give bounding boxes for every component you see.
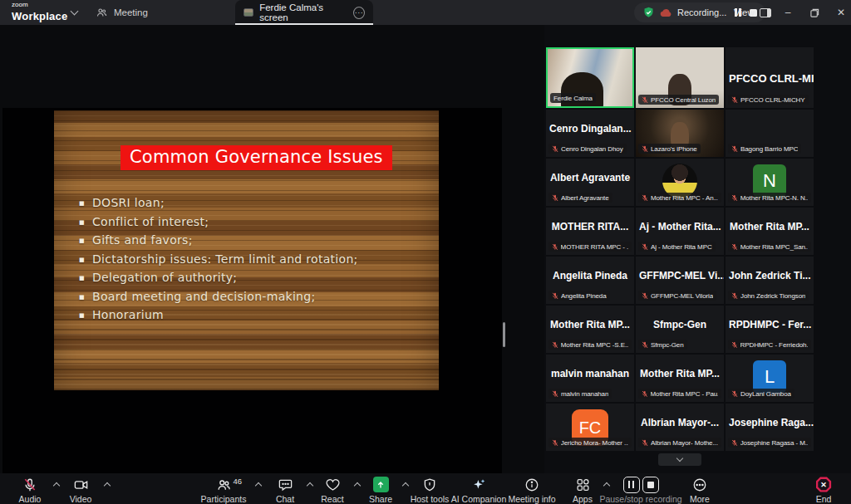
participant-name-text: Josephine Ragasa - M... [740, 439, 808, 447]
participant-tile[interactable]: Josephine Raga...Josephine Ragasa - M... [726, 404, 814, 451]
participants-button[interactable]: 46 Participants [194, 477, 253, 504]
minimize-button[interactable]: – [776, 0, 799, 25]
participant-tile[interactable]: malvin manahanmalvin manahan [546, 355, 634, 402]
participant-name-label: Albrian Mayor- Mothe... [638, 438, 721, 448]
participant-display-name: Aj - Mother Rita... [636, 221, 724, 232]
participant-tile[interactable]: GFFMPC-MEL Vi...GFFMPC-MEL Viloria [636, 257, 724, 304]
participant-tile[interactable]: LDoyLani Gamboa [726, 355, 814, 402]
participant-tile[interactable]: Lazaro's iPhone [636, 110, 724, 157]
pause-stop-recording-button[interactable]: Pause/stop recording [598, 477, 684, 504]
close-button[interactable]: ✕ [829, 0, 851, 25]
participant-tile[interactable]: Cenro Dingalan...Cenro Dingalan Dhoy [546, 110, 634, 157]
stop-recording-icon[interactable] [642, 477, 659, 493]
meeting-tab-label: Meeting [114, 7, 148, 17]
mic-muted-icon [552, 145, 558, 153]
participant-name-label: Ferdie Calma [550, 93, 596, 103]
react-button[interactable]: React [313, 477, 352, 504]
participant-display-name: John Zedrick Ti... [726, 270, 814, 281]
participants-label: Participants [201, 494, 247, 504]
participant-tile[interactable]: Angelita PinedaAngelita Pineda [546, 257, 634, 304]
participant-tile[interactable]: John Zedrick Ti...John Zedrick Tiongson [726, 257, 814, 304]
participant-name-text: DoyLani Gamboa [740, 390, 791, 398]
chevron-up-icon[interactable] [354, 482, 361, 489]
participant-tile[interactable]: Aj - Mother Rita...Aj - Mother Rita MPC [636, 208, 724, 255]
participant-tile[interactable]: RPDHMPC - Fer...RPDHMPC - Ferriedoh... [726, 306, 814, 353]
participant-name-text: Ferdie Calma [553, 95, 593, 102]
mic-muted-icon [642, 439, 648, 447]
participant-name-label: MOTHER RITA MPC - ... [548, 242, 632, 252]
participant-tile[interactable]: Albrian Mayor-...Albrian Mayor- Mothe... [636, 404, 724, 451]
mic-muted-icon [731, 341, 738, 349]
participant-tile[interactable]: MOTHER RITA...MOTHER RITA MPC - ... [546, 208, 634, 255]
chevron-up-icon[interactable] [255, 482, 262, 489]
mic-muted-icon [731, 292, 738, 300]
share-screen-icon [373, 477, 389, 492]
slide-bullet: Gifts and favors; [79, 231, 358, 250]
more-ellipsis-icon [692, 477, 707, 492]
participant-display-name: RPDHMPC - Fer... [726, 319, 814, 330]
participant-tile[interactable]: NMother Rita MPC-N. N... [726, 159, 814, 206]
participant-name-text: Bagong Barrio MPC [740, 145, 798, 153]
participant-tile[interactable]: Mother Rita MP...Mother Rita MPC_San... [726, 208, 814, 255]
share-button[interactable]: Share [362, 477, 400, 504]
participant-display-name: Mother Rita MP... [726, 221, 814, 232]
end-button[interactable]: ✕ End [807, 477, 840, 504]
mic-muted-icon [552, 194, 558, 202]
chevron-up-icon[interactable] [104, 482, 111, 489]
participant-display-name: GFFMPC-MEL Vi... [636, 270, 724, 281]
screen-share-tab[interactable]: Ferdie Calma's screen ··· [235, 0, 373, 25]
show-more-participants-button[interactable] [658, 453, 701, 466]
view-button[interactable]: View [734, 2, 771, 22]
ai-companion-button[interactable]: AI Companion [449, 477, 509, 504]
more-button[interactable]: More [681, 477, 718, 504]
meeting-info-button[interactable]: Meeting info [505, 477, 558, 504]
participant-tile[interactable]: Albert AgravanteAlbert Agravante [546, 159, 634, 206]
video-button[interactable]: Video [60, 477, 101, 504]
recording-status-text: Recording... [677, 7, 726, 17]
participant-display-name: Sfmpc-Gen [636, 319, 724, 330]
participant-display-name: Mother Rita MP... [636, 368, 724, 379]
meeting-tab[interactable]: Meeting [87, 0, 156, 25]
audio-button[interactable]: Audio [9, 477, 51, 504]
participant-name-text: Angelita Pineda [561, 292, 607, 300]
logo-zoom-text: zoom [12, 2, 67, 8]
meeting-toolbar: Audio Video 46 Participants Chat [0, 473, 851, 504]
zoom-workplace-logo: zoom Workplace [12, 2, 67, 22]
react-label: React [321, 494, 343, 504]
pause-recording-icon[interactable] [623, 477, 640, 493]
mic-muted-icon [642, 243, 648, 251]
apps-grid-icon [575, 477, 591, 492]
participant-tile[interactable]: Sfmpc-GenSfmpc-Gen [636, 306, 724, 353]
mic-muted-icon [642, 194, 648, 202]
slide-bullet: Dictatorship issues: Term limit and rota… [79, 250, 358, 269]
mic-muted-icon [642, 341, 648, 349]
participant-name-label: RPDHMPC - Ferriedoh... [728, 340, 811, 350]
scrollbar-thumb[interactable] [503, 322, 505, 347]
participant-tile[interactable]: Bagong Barrio MPC [726, 110, 814, 157]
participant-tile[interactable]: PFCCO CLRL-MI...PFCCO CLRL-MICHY [726, 47, 814, 108]
apps-button[interactable]: Apps [564, 477, 601, 504]
chevron-up-icon[interactable] [307, 482, 313, 489]
restore-button[interactable] [803, 0, 826, 25]
participant-tile[interactable]: FCJericho Mora- Mother ... [546, 404, 634, 451]
participant-name-text: Albrian Mayor- Mothe... [651, 439, 718, 447]
chat-bubble-icon [278, 477, 293, 492]
participant-tile[interactable]: Mother Rita MPC - An... [636, 159, 724, 206]
participant-tile[interactable]: PFCCO Central Luzon [636, 47, 724, 108]
security-shield-icon[interactable] [642, 6, 655, 19]
chevron-up-icon[interactable] [53, 482, 60, 489]
chat-button[interactable]: Chat [266, 477, 304, 504]
participant-tile[interactable]: Ferdie Calma [546, 47, 634, 108]
participant-tile[interactable]: Mother Rita MP...Mother Rita MPC -S.E... [546, 306, 634, 353]
participant-name-label: DoyLani Gamboa [728, 389, 794, 399]
slide-bullet: Board meeting and decision-making; [79, 287, 358, 306]
chevron-down-icon[interactable] [71, 7, 79, 16]
host-tools-button[interactable]: Host tools [406, 477, 453, 504]
tab-options-icon[interactable]: ··· [353, 7, 365, 19]
participants-panel: Ferdie CalmaPFCCO Central LuzonPFCCO CLR… [544, 25, 851, 473]
participant-tile[interactable]: Mother Rita MP...Mother Rita MPC - Pau..… [636, 355, 724, 402]
apps-label: Apps [573, 494, 593, 504]
participant-name-label: Cenro Dingalan Dhoy [548, 144, 627, 154]
mic-muted-icon [731, 194, 738, 202]
shared-screen-area: Common Governance Issues DOSRI loan; Con… [0, 25, 544, 473]
